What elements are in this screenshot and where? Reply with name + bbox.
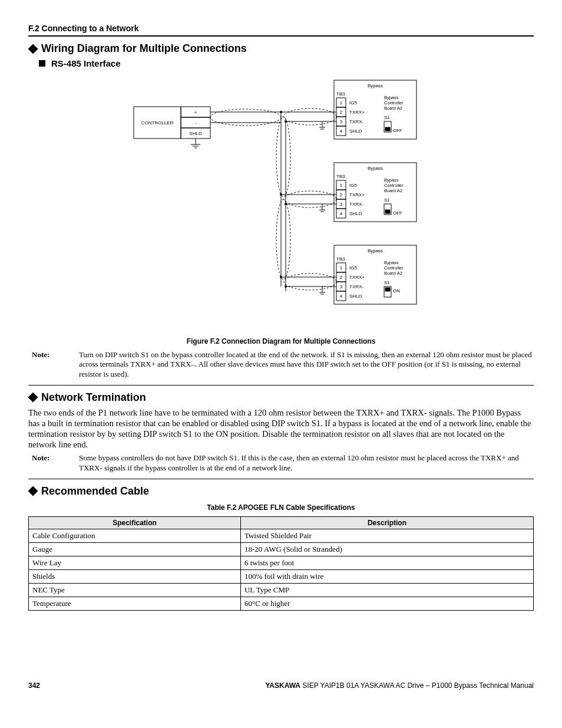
table-cell: Cable Configuration: [29, 529, 241, 542]
header-rule: [28, 35, 534, 37]
svg-text:3: 3: [340, 119, 343, 124]
heading-network-termination: Network Termination: [28, 391, 534, 404]
svg-rect-56: [334, 245, 416, 304]
svg-text:Board A2: Board A2: [384, 188, 402, 193]
svg-text:2: 2: [340, 192, 343, 197]
svg-rect-54: [385, 210, 391, 214]
svg-text:IG5: IG5: [349, 100, 357, 106]
heading-text: Wiring Diagram for Multiple Connections: [41, 42, 247, 55]
svg-text:OFF: OFF: [393, 128, 402, 133]
svg-text:+: +: [194, 110, 197, 115]
svg-text:Bypass: Bypass: [368, 166, 383, 171]
svg-rect-76: [385, 288, 391, 292]
svg-text:Controller: Controller: [384, 183, 404, 188]
network-termination-paragraph: The two ends of the P1 network line have…: [28, 407, 534, 450]
svg-text:OFF: OFF: [393, 210, 402, 216]
svg-text:Board A2: Board A2: [384, 106, 402, 111]
svg-text:IG5: IG5: [349, 265, 357, 271]
svg-text:Board A2: Board A2: [384, 271, 402, 276]
svg-text:2: 2: [340, 275, 343, 280]
svg-point-87: [284, 108, 336, 125]
table-cell: Twisted Shielded Pair: [240, 529, 533, 542]
svg-text:Controller: Controller: [384, 265, 404, 271]
svg-text:Controller: Controller: [384, 100, 404, 106]
page-footer: 342 YASKAWA SIEP YAIP1B 01A YASKAWA AC D…: [28, 681, 534, 690]
table-cell: Temperature: [29, 597, 241, 610]
page-number: 342: [28, 681, 40, 690]
svg-text:SHLD: SHLD: [349, 129, 362, 134]
heading-text: Recommended Cable: [41, 485, 149, 498]
running-header: F.2 Connecting to a Network: [28, 24, 534, 33]
svg-text:4: 4: [340, 294, 343, 299]
heading-text: Network Termination: [41, 391, 146, 404]
svg-point-80: [210, 109, 281, 126]
svg-text:Bypass: Bypass: [368, 83, 383, 88]
svg-text:SHLD: SHLD: [349, 294, 362, 299]
note-dip-switch: Note: Turn on DIP switch S1 on the bypas…: [28, 350, 534, 379]
wiring-diagram: CONTROLLER+-SHLDBypassTB31IG52TXRX+3TXRX…: [28, 74, 534, 330]
cable-spec-table: Specification Description Cable Configur…: [28, 516, 534, 611]
svg-text:2: 2: [340, 110, 343, 115]
note-label: Note:: [28, 350, 67, 379]
table-header-spec: Specification: [29, 516, 241, 529]
svg-text:Bypass: Bypass: [384, 260, 399, 265]
heading-rs485: RS-485 Interface: [39, 58, 534, 68]
note-label: Note:: [28, 453, 67, 473]
figure-caption: Figure F.2 Connection Diagram for Multip…: [28, 337, 534, 345]
table-cell: Shields: [29, 569, 241, 583]
svg-text:TXRX-: TXRX-: [349, 202, 363, 207]
svg-text:TB3: TB3: [336, 174, 345, 179]
svg-text:IG5: IG5: [349, 183, 357, 188]
table-row: Gauge18-20 AWG (Solid or Stranded): [29, 542, 534, 556]
diamond-bullet-icon: [28, 486, 38, 496]
table-cell: UL Type CMP: [240, 583, 533, 597]
svg-text:TB3: TB3: [336, 91, 345, 97]
table-caption: Table F.2 APOGEE FLN Cable Specification…: [28, 503, 534, 512]
heading-wiring-diagram: Wiring Diagram for Multiple Connections: [28, 42, 534, 55]
table-cell: Gauge: [29, 542, 241, 556]
svg-text:S1: S1: [384, 280, 390, 285]
table-cell: 100% foil with drain wire: [240, 569, 533, 583]
svg-point-107: [276, 117, 290, 197]
svg-text:-: -: [195, 120, 197, 126]
table-row: Cable ConfigurationTwisted Shielded Pair: [29, 529, 534, 542]
svg-text:CONTROLLER: CONTROLLER: [141, 120, 174, 126]
svg-text:4: 4: [340, 129, 343, 134]
svg-text:Bypass: Bypass: [384, 95, 399, 100]
square-bullet-icon: [39, 60, 45, 67]
table-cell: 6 twists per foot: [240, 556, 533, 569]
table-row: Shields100% foil with drain wire: [29, 569, 534, 583]
diamond-bullet-icon: [28, 44, 38, 54]
svg-text:TXRX+: TXRX+: [349, 192, 365, 197]
section-rule: [28, 385, 534, 386]
table-row: Wire Lay6 twists per foot: [29, 556, 534, 569]
svg-text:Bypass: Bypass: [368, 248, 383, 253]
table-row: NEC TypeUL Type CMP: [29, 583, 534, 597]
svg-text:TXRX-: TXRX-: [349, 284, 363, 289]
svg-point-95: [284, 191, 336, 207]
svg-point-101: [280, 276, 282, 278]
svg-point-85: [280, 111, 282, 113]
table-row: Temperature60°C or higher: [29, 597, 534, 610]
svg-text:TXRX+: TXRX+: [349, 275, 365, 280]
svg-text:TB3: TB3: [336, 256, 345, 262]
svg-text:SHLD: SHLD: [189, 131, 202, 136]
note-text: Some bypass controllers do not have DIP …: [79, 453, 534, 473]
svg-text:4: 4: [340, 211, 343, 216]
heading-recommended-cable: Recommended Cable: [28, 485, 534, 498]
svg-rect-32: [385, 127, 391, 131]
svg-rect-12: [334, 80, 416, 139]
svg-text:ON: ON: [393, 288, 400, 294]
table-cell: Wire Lay: [29, 556, 241, 569]
svg-text:3: 3: [340, 284, 343, 289]
heading-text: RS-485 Interface: [51, 58, 121, 68]
svg-text:1: 1: [340, 100, 343, 106]
svg-text:3: 3: [340, 202, 343, 207]
diamond-bullet-icon: [28, 393, 38, 403]
svg-point-103: [284, 274, 336, 290]
section-rule: [28, 479, 534, 479]
table-cell: 60°C or higher: [240, 597, 533, 610]
svg-rect-34: [334, 163, 416, 222]
svg-text:S1: S1: [384, 197, 390, 203]
table-cell: NEC Type: [29, 583, 241, 597]
